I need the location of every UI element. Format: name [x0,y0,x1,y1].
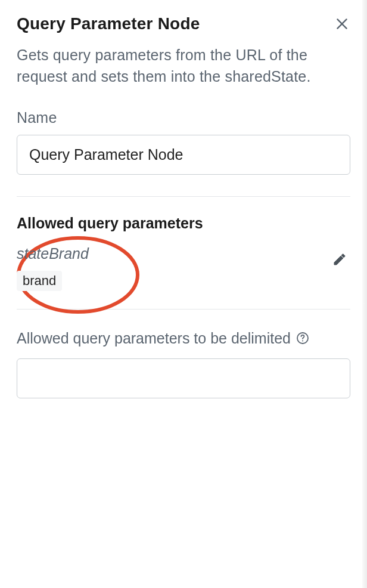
delimited-label-row: Allowed query parameters to be delimited [17,327,350,349]
allowed-params-title: Allowed query parameters [17,215,350,232]
param-value-chip: brand [17,271,62,291]
name-label: Name [17,109,350,126]
name-field: Name [17,109,350,175]
panel-header: Query Parameter Node [17,14,350,33]
allowed-param-content: stateBrand brand [17,245,89,291]
name-input[interactable] [17,135,350,175]
edit-param-button[interactable] [329,249,350,272]
pencil-icon [332,252,347,267]
svg-point-4 [302,340,303,341]
close-button[interactable] [334,16,350,32]
allowed-param-row: stateBrand brand [17,245,350,309]
divider [17,309,350,310]
param-key: stateBrand [17,245,89,262]
close-icon [334,16,350,32]
delimited-label: Allowed query parameters to be delimited [17,327,291,349]
delimited-input[interactable] [17,358,350,398]
divider [17,196,350,197]
panel-shadow-edge [362,0,367,588]
panel-description: Gets query parameters from the URL of th… [17,44,350,88]
node-settings-panel: Query Parameter Node Gets query paramete… [0,0,367,588]
help-icon[interactable] [296,331,310,345]
panel-title: Query Parameter Node [17,14,200,33]
